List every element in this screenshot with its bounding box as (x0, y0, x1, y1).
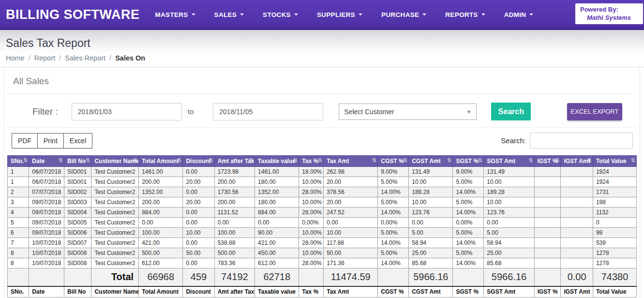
customer-select[interactable]: Select Customer ▼ (339, 104, 477, 120)
table-row: 810/07/2018SID008Test Customer2612.000.0… (8, 258, 637, 268)
column-header-bill-no[interactable]: Bill No⇅ (64, 156, 91, 167)
column-header-igst-amt[interactable]: IGST Amt⇅ (561, 156, 593, 167)
column-header-label: SGST % (456, 158, 479, 164)
table-cell: 1723.98 (214, 167, 255, 177)
table-cell: 200.00 (139, 197, 183, 208)
column-header-tax[interactable]: Tax %⇅ (299, 156, 324, 167)
column-header-taxable-value[interactable]: Taxable value⇅ (255, 156, 299, 167)
breadcrumb-separator: / (29, 54, 30, 62)
table-cell: 6 (8, 228, 29, 238)
nav-item-admin[interactable]: ADMIN (504, 11, 534, 18)
date-from-input[interactable] (72, 103, 182, 120)
table-cell: 884.00 (255, 208, 299, 218)
table-cell: 28.00% (299, 208, 324, 218)
excel-export-button[interactable]: Excel (63, 133, 92, 149)
table-cell: 10.00 (484, 197, 534, 208)
print-export-button[interactable]: Print (37, 133, 64, 149)
column-header-total-value[interactable]: Total Value⇅ (593, 156, 636, 167)
column-header-label: IGST Amt (564, 158, 590, 164)
table-cell: 0.00 (183, 187, 214, 197)
column-header-label: Customer Name (94, 158, 138, 164)
column-header-sgst[interactable]: SGST %⇅ (453, 156, 484, 167)
pdf-export-button[interactable]: PDF (12, 133, 38, 149)
table-cell: 3 (8, 197, 29, 208)
app-logo[interactable]: BILLING SOFTWARE (6, 7, 139, 22)
table-cell: 25.00 (409, 248, 453, 258)
table-cell: 123.76 (409, 208, 453, 218)
column-header-tax-amt[interactable]: Tax Amt⇅ (324, 156, 378, 167)
breadcrumb-item-home[interactable]: Home (6, 54, 25, 62)
page-header: Sales Tax Report Home/Report/Sales Repor… (0, 30, 644, 67)
chevron-down-icon: ▼ (466, 109, 471, 115)
breadcrumb-item-sales-on: Sales On (115, 54, 145, 62)
table-search-input[interactable] (530, 133, 633, 149)
breadcrumb-item-sales-report[interactable]: Sales Report (65, 54, 105, 62)
column-header-cgst-amt[interactable]: CGST Amt⇅ (409, 156, 453, 167)
table-cell (534, 167, 561, 177)
table-cell: Test Customer2 (91, 167, 139, 177)
nav-item-purchase[interactable]: PURCHASE (381, 11, 426, 18)
table-toolbar: PDFPrintExcel Search: (7, 133, 637, 149)
table-search-label: Search: (501, 136, 526, 145)
table-cell: 1461.00 (255, 167, 299, 177)
column-header-igst[interactable]: IGST %⇅ (534, 156, 561, 167)
table-cell (534, 187, 561, 197)
footer-cell-tax-amt: Tax Amt (324, 286, 378, 298)
total-cell: 74380 (593, 268, 636, 286)
column-header-sgst-amt[interactable]: SGST Amt⇅ (484, 156, 534, 167)
table-cell: 1352.00 (255, 187, 299, 197)
table-cell: SID001 (64, 177, 91, 187)
table-cell: 4 (8, 208, 29, 218)
column-header-total-amount[interactable]: Total Amount⇅ (139, 156, 183, 167)
table-cell: 500.00 (214, 248, 255, 258)
table-cell: 131.49 (484, 167, 534, 177)
table-head: SNo.⇅Date⇅Bill No⇅Customer Name⇅Total Am… (8, 156, 637, 167)
table-cell: 1924 (593, 177, 636, 187)
table-cell: 1352.00 (139, 187, 183, 197)
search-button[interactable]: Search (491, 103, 531, 120)
table-cell (534, 218, 561, 228)
nav-item-suppliers[interactable]: SUPPLIERS (317, 11, 362, 18)
nav-item-reports[interactable]: REPORTS (445, 11, 485, 18)
sort-updown-icon: ⇅ (528, 158, 533, 163)
footer-cell-cgst: CGST % (378, 286, 409, 298)
table-cell: 8 (8, 248, 29, 258)
table-cell: 189.28 (484, 187, 534, 197)
chevron-down-icon (422, 14, 426, 15)
table-cell: 180.00 (255, 197, 299, 208)
total-row: Total66968459741926271811474.595966.1659… (8, 268, 637, 286)
table-cell: 10.00 (324, 228, 378, 238)
table-cell: 10.00 (409, 177, 453, 187)
table-row: 609/07/2018SID006Test Customer2100.0010.… (8, 228, 637, 238)
table-cell: 131.49 (409, 167, 453, 177)
column-header-cgst[interactable]: CGST %⇅ (378, 156, 409, 167)
column-header-customer-name[interactable]: Customer Name⇅ (91, 156, 139, 167)
excel-export-button[interactable]: EXCEL EXPORT (567, 103, 622, 120)
column-header-amt-after-tax[interactable]: Amt after Tax⇅ (214, 156, 255, 167)
table-cell: 25.00 (484, 248, 534, 258)
breadcrumb-separator: / (59, 54, 61, 62)
table-cell: 10/07/2018 (29, 248, 64, 258)
table-cell: SID002 (64, 187, 91, 197)
footer-cell-sgst: SGST % (453, 286, 484, 298)
footer-cell-total-amount: Total Amount (139, 286, 183, 298)
column-header-sno[interactable]: SNo.⇅ (8, 156, 29, 167)
column-header-discount[interactable]: Discount⇅ (183, 156, 214, 167)
nav-item-label: SALES (214, 11, 237, 18)
nav-item-label: SUPPLIERS (317, 11, 355, 18)
column-header-date[interactable]: Date⇅ (29, 156, 64, 167)
table-cell: 9.00% (378, 167, 409, 177)
table-cell (561, 187, 593, 197)
table-cell (534, 238, 561, 248)
nav-item-masters[interactable]: MASTERS (155, 11, 195, 18)
breadcrumb-item-report[interactable]: Report (34, 54, 56, 62)
nav-item-sales[interactable]: SALES (214, 11, 244, 18)
table-cell: 0.00 (324, 218, 378, 228)
table-cell: Test Customer2 (91, 228, 139, 238)
table-cell: Test Customer2 (91, 177, 139, 187)
table-cell: 0.00 (484, 218, 534, 228)
table-cell: 0 (593, 218, 636, 228)
nav-item-stocks[interactable]: STOCKS (263, 11, 298, 18)
date-to-input[interactable] (213, 103, 323, 120)
column-header-label: Discount (186, 158, 210, 164)
